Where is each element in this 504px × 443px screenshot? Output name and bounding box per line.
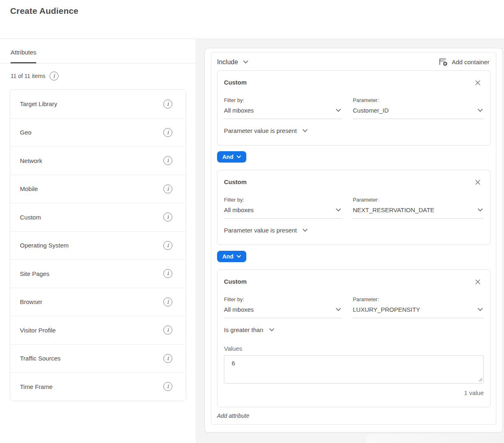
filter-by-value: All mboxes [224,107,254,114]
operator-select[interactable]: Parameter value is present [224,127,308,134]
and-label: And [222,253,233,260]
add-container-icon [439,58,448,66]
list-item-browser[interactable]: Browser i [10,288,186,316]
filter-by-select[interactable]: All mboxes [224,306,342,318]
list-item-time-frame[interactable]: Time Frame i [10,372,186,401]
list-item-label: Geo [20,129,163,136]
info-icon[interactable]: i [50,72,59,80]
audience-builder-area: Include Add container [197,39,504,443]
info-icon[interactable]: i [163,185,172,193]
include-container: Include Add container [211,52,496,425]
close-icon[interactable] [473,79,483,88]
page-title: Create Audience [10,6,78,16]
list-item-label: Traffic Sources [20,355,163,362]
attributes-sidebar: Attributes 11 of 11 items i Target Libra… [0,39,196,443]
list-item-network[interactable]: Network i [10,146,186,175]
list-item-label: Target Library [20,100,163,107]
chevron-down-icon [336,208,341,212]
attribute-card-luxury-propensity: Custom Filter by: All mboxes [217,269,491,407]
attribute-list: Target Library i Geo i Network i Mobile … [10,89,186,401]
card-title: Custom [224,79,247,86]
info-icon[interactable]: i [163,269,172,278]
chevron-down-icon [302,228,308,232]
include-container-header: Include Add container [211,52,496,70]
parameter-select[interactable]: LUXURY_PROPENSITY [353,306,484,318]
list-item-traffic-sources[interactable]: Traffic Sources i [10,344,186,373]
filter-by-value: All mboxes [224,306,254,313]
card-title: Custom [224,278,247,285]
list-item-label: Custom [20,214,163,221]
parameter-label: Parameter: [353,296,484,302]
chevron-down-icon [237,255,241,258]
operator-select[interactable]: Is greater than [224,326,274,333]
info-icon[interactable]: i [163,128,172,137]
list-item-operating-system[interactable]: Operating System i [10,231,186,260]
combiner-row: And [217,251,496,262]
background-sheen [367,434,504,443]
list-item-mobile[interactable]: Mobile i [10,175,186,203]
chevron-down-icon [269,328,274,332]
chevron-down-icon [478,109,483,112]
parameter-select[interactable]: NEXT_RESERVATION_DATE [353,206,484,219]
parameter-value: LUXURY_PROPENSITY [353,306,420,313]
parameter-label: Parameter: [353,97,484,103]
chevron-down-icon [336,308,341,311]
list-item-geo[interactable]: Geo i [10,118,186,147]
attribute-card-next-reservation-date: Custom Filter by: All mboxes [217,170,491,245]
info-icon[interactable]: i [163,100,172,109]
chevron-down-icon [237,155,241,159]
builder-panel: Include Add container [204,48,503,432]
add-container-button[interactable]: Add container [439,58,489,66]
values-label: Values [224,345,484,352]
chevron-down-icon [478,208,483,212]
info-icon[interactable]: i [163,156,172,165]
parameter-select[interactable]: Customer_ID [353,107,484,119]
list-item-label: Browser [20,298,163,305]
include-dropdown-value: Include [217,59,238,66]
chevron-down-icon [478,308,483,311]
chevron-down-icon [336,109,341,112]
items-count-row: 11 of 11 items i [11,72,196,80]
info-icon[interactable]: i [163,298,172,306]
card-title: Custom [224,178,247,185]
list-item-label: Visitor Profile [20,327,163,334]
list-item-label: Network [20,157,163,164]
and-dropdown-button[interactable]: And [217,151,246,163]
list-item-target-library[interactable]: Target Library i [10,90,186,118]
filter-by-select[interactable]: All mboxes [224,206,342,219]
operator-value: Parameter value is present [224,227,297,234]
info-icon[interactable]: i [163,326,172,334]
and-dropdown-button[interactable]: And [217,251,246,262]
info-icon[interactable]: i [163,241,172,250]
info-icon[interactable]: i [163,213,172,222]
values-count: 1 value [224,389,484,396]
combiner-row: And [217,151,496,163]
list-item-site-pages[interactable]: Site Pages i [10,259,186,288]
tab-attributes[interactable]: Attributes [11,49,36,63]
info-icon[interactable]: i [163,382,172,391]
parameter-label: Parameter: [353,197,484,203]
include-dropdown[interactable]: Include [217,59,248,66]
info-icon[interactable]: i [163,354,172,363]
chevron-down-icon [302,129,308,132]
parameter-value: Customer_ID [353,107,389,114]
list-item-label: Time Frame [20,383,163,390]
attribute-card-customer-id: Custom Filter by: All mboxes [217,70,491,145]
operator-select[interactable]: Parameter value is present [224,227,308,234]
filter-by-select[interactable]: All mboxes [224,107,342,119]
filter-by-label: Filter by: [224,97,342,103]
list-item-label: Mobile [20,185,163,192]
values-block: Values 6 1 value [224,345,484,396]
close-icon[interactable] [473,278,483,287]
add-attribute-button[interactable]: Add attribute [217,413,249,419]
and-label: And [222,154,233,160]
operator-value: Is greater than [224,326,263,333]
list-item-label: Operating System [20,242,163,249]
sidebar-tabbar: Attributes [0,39,196,63]
close-icon[interactable] [473,178,483,187]
list-item-custom[interactable]: Custom i [10,203,186,231]
list-item-visitor-profile[interactable]: Visitor Profile i [10,316,186,344]
operator-value: Parameter value is present [224,127,297,134]
values-input[interactable]: 6 [224,355,484,384]
list-item-label: Site Pages [20,270,163,277]
